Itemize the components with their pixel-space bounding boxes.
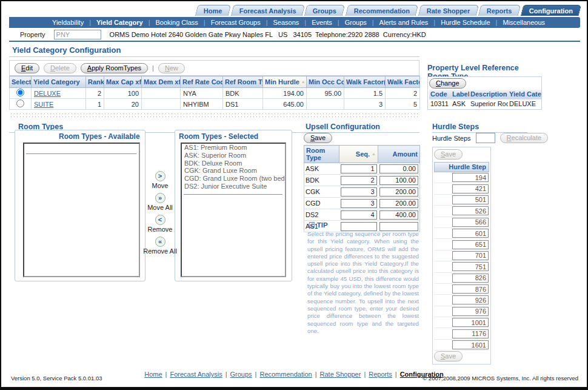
upsell-amount-input[interactable] [379, 164, 419, 173]
tab-configuration[interactable]: Configuration [521, 5, 582, 16]
remove-button[interactable]: < [155, 215, 165, 225]
move-button[interactable]: > [155, 171, 165, 181]
upsell-room-type: ASK [304, 163, 339, 175]
column-header-max-dem-xfer[interactable]: Max Dem xfer [142, 76, 181, 88]
upsell-seq-input[interactable] [341, 176, 377, 185]
tab-recommendation[interactable]: Recommendation [345, 5, 418, 16]
nav-item-seasons[interactable]: Seasons [273, 19, 299, 26]
hurdle-step-input[interactable] [452, 295, 489, 304]
list-item[interactable]: DS2: Junior Executive Suite [182, 183, 285, 190]
hurdle-step-input[interactable] [452, 195, 489, 204]
nav-item-hurdle-schedule[interactable]: Hurdle Schedule [441, 19, 490, 26]
column-header-select[interactable]: Select [10, 76, 32, 88]
column-header-min-hurdle[interactable]: Min Hurdle [263, 76, 307, 88]
hurdle-step-input[interactable] [452, 229, 489, 238]
hurdle-save-button-top[interactable]: Save [434, 149, 463, 160]
change-button[interactable]: Change [429, 78, 466, 89]
property-input[interactable] [54, 30, 101, 39]
column-header-ref-rate-code[interactable]: Ref Rate Code [181, 76, 223, 88]
hurdle-steps-title: Hurdle Steps [432, 123, 527, 133]
hurdle-step-input[interactable] [452, 262, 489, 271]
upsell-seq-input[interactable] [341, 210, 377, 220]
footer-link-rate-shopper[interactable]: Rate Shopper [320, 371, 361, 378]
delete-button[interactable]: Delete [44, 63, 76, 73]
nav-item-alerts-and-rules[interactable]: Alerts and Rules [379, 19, 429, 26]
cell-yield_category: SUITE [32, 99, 86, 110]
upsell-amount-input[interactable] [379, 176, 419, 185]
hurdle-step-input[interactable] [452, 318, 489, 327]
upsell-seq-input[interactable] [341, 222, 377, 231]
upsell-seq-input[interactable] [341, 164, 377, 173]
column-header-walk-factor-ny[interactable]: Walk Factor(NY) [344, 76, 386, 88]
row-select-radio[interactable] [16, 99, 24, 107]
nav-separator: | [266, 19, 268, 26]
hurdle-step-input[interactable] [452, 206, 489, 215]
hurdle-step-input[interactable] [452, 274, 489, 283]
tab-groups[interactable]: Groups [304, 5, 346, 16]
list-item[interactable]: BDK: Deluxe Room [182, 160, 285, 167]
footer-link-forecast-analysis[interactable]: Forecast Analysis [170, 371, 222, 378]
new-button[interactable]: New [158, 63, 185, 73]
edit-button[interactable]: Edit [15, 63, 39, 73]
upsell-amount-input[interactable] [379, 199, 419, 208]
nav-item-yield-category[interactable]: Yield Category [96, 19, 143, 26]
hurdle-step-input[interactable] [452, 340, 489, 349]
list-item[interactable]: ASK: Superior Room [182, 152, 285, 160]
column-header-max-cap-xfer[interactable]: Max Cap xfer [104, 76, 142, 88]
upsell-amount-input[interactable] [379, 187, 419, 197]
hurdle-save-button-bottom[interactable]: Save [434, 351, 463, 361]
nav-item-forecast-groups[interactable]: Forecast Groups [211, 19, 261, 26]
column-header-yield-category[interactable]: Yield Category [32, 76, 86, 88]
hurdle-step-input[interactable] [452, 284, 489, 294]
hurdle-steps-input[interactable] [476, 133, 495, 143]
tab-reports[interactable]: Reports [478, 5, 521, 16]
row-select-radio[interactable] [16, 89, 24, 96]
nav-item-booking-class[interactable]: Booking Class [156, 19, 198, 26]
footer-link-home[interactable]: Home [144, 371, 162, 378]
column-header-walk-factor-y[interactable]: Walk Factor(Y) [386, 76, 420, 88]
nav-item-miscellaneous[interactable]: Miscellaneous [503, 19, 545, 26]
yield-category-link[interactable]: SUITE [34, 101, 53, 108]
upsell-amount-input[interactable] [379, 222, 419, 231]
room-types-selected-listbox[interactable]: AS1: Premium RoomASK: Superior RoomBDK: … [181, 143, 286, 277]
yield-category-link[interactable]: DELUXE [34, 90, 61, 97]
upsell-amount-cell [378, 163, 420, 175]
tab-home[interactable]: Home [195, 5, 231, 16]
upsell-seq-input[interactable] [341, 199, 377, 208]
list-item[interactable]: CGD: Grand Luxe Room (two beds) [182, 175, 285, 183]
tab-forecast-analysis[interactable]: Forecast Analysis [230, 5, 304, 16]
hurdle-step-row [434, 250, 489, 261]
hurdle-step-input[interactable] [452, 329, 489, 338]
footer-link-reports[interactable]: Reports [369, 371, 392, 378]
upsell-seq-input[interactable] [341, 187, 377, 197]
nav-item-yieldability[interactable]: Yieldability [52, 19, 84, 26]
nav-item-events[interactable]: Events [312, 19, 332, 26]
hurdle-step-input[interactable] [452, 173, 489, 182]
column-header-ref-room-type[interactable]: Ref Room Type [223, 76, 263, 88]
move-all-button[interactable]: » [155, 193, 165, 203]
hurdle-step-input[interactable] [452, 251, 489, 260]
hurdle-step-input[interactable] [452, 240, 489, 249]
upsell-save-button[interactable]: Save [304, 133, 332, 143]
column-header-min-occ-cost[interactable]: Min Occ Cost [307, 76, 344, 88]
footer-link-recommendation[interactable]: Recommendation [259, 371, 312, 378]
upsell-column-header-amount[interactable]: Amount [378, 146, 420, 163]
tab-rate-shopper[interactable]: Rate Shopper [418, 5, 479, 16]
nav-item-groups[interactable]: Groups [345, 19, 367, 26]
upsell-room-type: CGD [304, 198, 339, 209]
column-header-rank[interactable]: Rank [86, 76, 104, 88]
apply-roomtypes-button[interactable]: Apply RoomTypes [81, 63, 148, 73]
list-item[interactable]: AS1: Premium Room [182, 144, 285, 152]
tab-label: Groups [313, 7, 336, 15]
hurdle-step-input[interactable] [452, 307, 489, 316]
upsell-column-header-room-type[interactable]: Room Type [304, 146, 339, 163]
upsell-column-header-seq[interactable]: Seq. [339, 146, 378, 163]
hurdle-step-input[interactable] [452, 184, 489, 193]
remove-all-button[interactable]: « [155, 237, 165, 247]
recalculate-button[interactable]: Recalculate [500, 133, 549, 143]
hurdle-step-input[interactable] [452, 218, 489, 227]
list-item[interactable]: CGK: Grand Luxe Room [182, 167, 285, 175]
footer-link-groups[interactable]: Groups [230, 371, 252, 378]
upsell-amount-input[interactable] [379, 210, 419, 220]
room-types-available-listbox[interactable] [23, 143, 140, 277]
